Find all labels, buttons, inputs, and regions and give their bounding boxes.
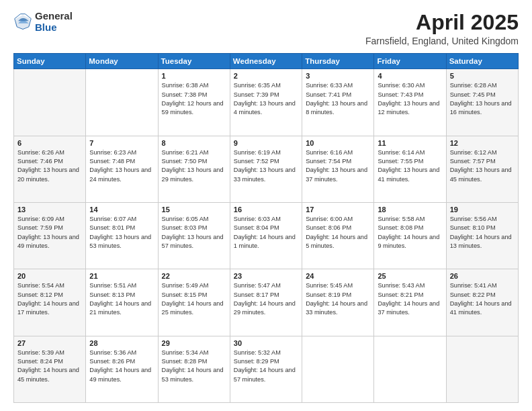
day-number: 7: [89, 139, 154, 147]
day-info: Sunrise: 5:51 AMSunset: 8:13 PMDaylight:…: [89, 282, 151, 316]
day-cell: 15Sunrise: 6:05 AMSunset: 8:03 PMDayligh…: [158, 202, 230, 269]
day-cell: 22Sunrise: 5:49 AMSunset: 8:15 PMDayligh…: [158, 269, 230, 336]
day-number: 20: [17, 272, 82, 280]
day-number: 23: [234, 272, 298, 280]
day-info: Sunrise: 6:05 AMSunset: 8:03 PMDaylight:…: [162, 216, 224, 249]
day-cell: 26Sunrise: 5:41 AMSunset: 8:22 PMDayligh…: [446, 269, 518, 336]
day-info: Sunrise: 6:33 AMSunset: 7:41 PMDaylight:…: [306, 82, 367, 116]
day-number: 15: [162, 205, 226, 214]
day-cell: 28Sunrise: 5:36 AMSunset: 8:26 PMDayligh…: [86, 336, 158, 402]
day-number: 25: [378, 272, 442, 280]
week-row-3: 20Sunrise: 5:54 AMSunset: 8:12 PMDayligh…: [14, 269, 519, 336]
day-info: Sunrise: 5:36 AMSunset: 8:26 PMDaylight:…: [89, 349, 151, 383]
day-number: 2: [234, 72, 298, 80]
day-cell: 30Sunrise: 5:32 AMSunset: 8:29 PMDayligh…: [230, 336, 302, 402]
day-number: 30: [234, 339, 298, 347]
day-number: 8: [162, 139, 226, 147]
day-info: Sunrise: 5:45 AMSunset: 8:19 PMDaylight:…: [306, 282, 367, 316]
day-info: Sunrise: 5:56 AMSunset: 8:10 PMDaylight:…: [450, 216, 512, 249]
logo-blue: Blue: [35, 22, 73, 34]
week-row-0: 1Sunrise: 6:38 AMSunset: 7:38 PMDaylight…: [14, 69, 519, 136]
col-wednesday: Wednesday: [230, 54, 302, 69]
day-info: Sunrise: 5:43 AMSunset: 8:21 PMDaylight:…: [378, 282, 439, 316]
day-info: Sunrise: 5:34 AMSunset: 8:28 PMDaylight:…: [162, 349, 224, 383]
day-number: 29: [162, 339, 226, 347]
day-cell: 20Sunrise: 5:54 AMSunset: 8:12 PMDayligh…: [14, 269, 86, 336]
logo-text: General Blue: [35, 11, 73, 33]
day-info: Sunrise: 6:35 AMSunset: 7:39 PMDaylight:…: [234, 82, 296, 116]
day-cell: 21Sunrise: 5:51 AMSunset: 8:13 PMDayligh…: [86, 269, 158, 336]
day-cell: 1Sunrise: 6:38 AMSunset: 7:38 PMDaylight…: [158, 69, 230, 136]
day-cell: 12Sunrise: 6:12 AMSunset: 7:57 PMDayligh…: [446, 136, 518, 202]
day-info: Sunrise: 5:49 AMSunset: 8:15 PMDaylight:…: [162, 282, 224, 316]
logo: General Blue: [13, 11, 73, 33]
day-info: Sunrise: 6:07 AMSunset: 8:01 PMDaylight:…: [89, 216, 151, 249]
day-cell: [14, 69, 86, 136]
day-cell: 14Sunrise: 6:07 AMSunset: 8:01 PMDayligh…: [86, 202, 158, 269]
day-info: Sunrise: 6:14 AMSunset: 7:55 PMDaylight:…: [378, 149, 439, 183]
day-info: Sunrise: 6:23 AMSunset: 7:48 PMDaylight:…: [89, 149, 151, 183]
logo-icon: [13, 13, 32, 32]
day-cell: 5Sunrise: 6:28 AMSunset: 7:45 PMDaylight…: [446, 69, 518, 136]
day-number: 13: [17, 205, 82, 214]
col-saturday: Saturday: [446, 54, 518, 69]
day-info: Sunrise: 6:28 AMSunset: 7:45 PMDaylight:…: [450, 82, 512, 116]
day-cell: 2Sunrise: 6:35 AMSunset: 7:39 PMDaylight…: [230, 69, 302, 136]
logo-general: General: [35, 11, 73, 22]
day-number: 24: [306, 272, 370, 280]
day-cell: [86, 69, 158, 136]
day-cell: 24Sunrise: 5:45 AMSunset: 8:19 PMDayligh…: [302, 269, 374, 336]
calendar-body: 1Sunrise: 6:38 AMSunset: 7:38 PMDaylight…: [14, 69, 519, 403]
day-info: Sunrise: 5:58 AMSunset: 8:08 PMDaylight:…: [378, 216, 439, 249]
week-row-2: 13Sunrise: 6:09 AMSunset: 7:59 PMDayligh…: [14, 202, 519, 269]
day-number: 5: [450, 72, 515, 80]
day-cell: 10Sunrise: 6:16 AMSunset: 7:54 PMDayligh…: [302, 136, 374, 202]
day-number: 3: [306, 72, 370, 80]
day-info: Sunrise: 6:21 AMSunset: 7:50 PMDaylight:…: [162, 149, 224, 183]
day-number: 6: [17, 139, 82, 147]
day-cell: [302, 336, 374, 402]
main-title: April 2025: [365, 11, 519, 34]
day-cell: [374, 336, 446, 402]
day-info: Sunrise: 5:39 AMSunset: 8:24 PMDaylight:…: [17, 349, 79, 383]
day-number: 9: [234, 139, 298, 147]
days-row: Sunday Monday Tuesday Wednesday Thursday…: [14, 54, 519, 69]
day-cell: 16Sunrise: 6:03 AMSunset: 8:04 PMDayligh…: [230, 202, 302, 269]
day-cell: 11Sunrise: 6:14 AMSunset: 7:55 PMDayligh…: [374, 136, 446, 202]
day-info: Sunrise: 6:38 AMSunset: 7:38 PMDaylight:…: [162, 82, 224, 116]
header: General Blue April 2025 Farnsfield, Engl…: [13, 11, 519, 46]
day-cell: 7Sunrise: 6:23 AMSunset: 7:48 PMDaylight…: [86, 136, 158, 202]
day-info: Sunrise: 6:19 AMSunset: 7:52 PMDaylight:…: [234, 149, 296, 183]
week-row-4: 27Sunrise: 5:39 AMSunset: 8:24 PMDayligh…: [14, 336, 519, 402]
day-number: 16: [234, 205, 298, 214]
page: General Blue April 2025 Farnsfield, Engl…: [0, 0, 532, 411]
col-monday: Monday: [86, 54, 158, 69]
day-cell: 17Sunrise: 6:00 AMSunset: 8:06 PMDayligh…: [302, 202, 374, 269]
day-cell: 6Sunrise: 6:26 AMSunset: 7:46 PMDaylight…: [14, 136, 86, 202]
day-info: Sunrise: 6:00 AMSunset: 8:06 PMDaylight:…: [306, 216, 367, 249]
day-number: 21: [89, 272, 154, 280]
day-info: Sunrise: 6:12 AMSunset: 7:57 PMDaylight:…: [450, 149, 512, 183]
day-info: Sunrise: 6:26 AMSunset: 7:46 PMDaylight:…: [17, 149, 79, 183]
day-number: 27: [17, 339, 82, 347]
calendar-header: Sunday Monday Tuesday Wednesday Thursday…: [14, 54, 519, 69]
day-cell: [446, 336, 518, 402]
col-tuesday: Tuesday: [158, 54, 230, 69]
day-info: Sunrise: 6:30 AMSunset: 7:43 PMDaylight:…: [378, 82, 439, 116]
day-cell: 27Sunrise: 5:39 AMSunset: 8:24 PMDayligh…: [14, 336, 86, 402]
day-info: Sunrise: 6:16 AMSunset: 7:54 PMDaylight:…: [306, 149, 367, 183]
day-cell: 4Sunrise: 6:30 AMSunset: 7:43 PMDaylight…: [374, 69, 446, 136]
week-row-1: 6Sunrise: 6:26 AMSunset: 7:46 PMDaylight…: [14, 136, 519, 202]
day-number: 12: [450, 139, 515, 147]
day-cell: 9Sunrise: 6:19 AMSunset: 7:52 PMDaylight…: [230, 136, 302, 202]
day-number: 28: [89, 339, 154, 347]
day-cell: 18Sunrise: 5:58 AMSunset: 8:08 PMDayligh…: [374, 202, 446, 269]
day-number: 10: [306, 139, 370, 147]
day-info: Sunrise: 5:47 AMSunset: 8:17 PMDaylight:…: [234, 282, 296, 316]
day-number: 17: [306, 205, 370, 214]
col-friday: Friday: [374, 54, 446, 69]
col-thursday: Thursday: [302, 54, 374, 69]
day-number: 1: [162, 72, 226, 80]
day-cell: 8Sunrise: 6:21 AMSunset: 7:50 PMDaylight…: [158, 136, 230, 202]
day-info: Sunrise: 5:32 AMSunset: 8:29 PMDaylight:…: [234, 349, 296, 383]
